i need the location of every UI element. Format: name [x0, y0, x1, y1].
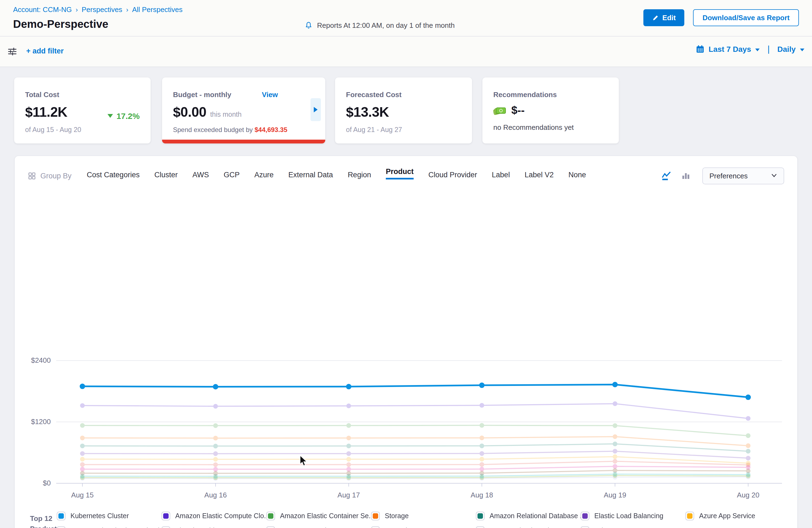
- card-period: of Aug 21 - Aug 27: [346, 126, 461, 134]
- svg-text:$1200: $1200: [31, 417, 51, 426]
- caret-down-icon[interactable]: [755, 48, 760, 51]
- legend-item-amazoncloudwatch[interactable]: AmazonCloudWatch: [476, 526, 581, 528]
- legend-item-amazon-virtual-private-cloud[interactable]: Amazon Virtual Private Cloud: [57, 526, 161, 528]
- legend-item-virtual-machines[interactable]: Virtual Machines: [161, 526, 266, 528]
- line-chart-icon[interactable]: [661, 171, 672, 180]
- series-swatch: [161, 526, 170, 528]
- legend-item-ecs-cluster[interactable]: ECS Cluster: [371, 526, 476, 528]
- svg-text:$0: $0: [43, 479, 51, 487]
- tab-cluster[interactable]: Cluster: [155, 171, 178, 181]
- page-header: Account: CCM-NG › Perspectives › All Per…: [0, 0, 812, 36]
- tab-label-v2[interactable]: Label V2: [525, 171, 554, 181]
- download-save-report-button[interactable]: Download/Save as Report: [693, 9, 799, 26]
- sliders-filter-icon[interactable]: [8, 47, 17, 58]
- recommendations-subtext: no Recommendations yet: [493, 123, 608, 131]
- series-swatch: [581, 526, 589, 528]
- breadcrumb-perspectives-link[interactable]: Perspectives: [82, 5, 122, 14]
- legend-item-kubernetes-cluster[interactable]: Kubernetes Cluster: [57, 512, 161, 520]
- series-swatch: [57, 526, 66, 528]
- svg-text:Aug 19: Aug 19: [604, 491, 626, 499]
- series-swatch: [161, 512, 170, 520]
- group-by-row: Group By Cost CategoriesClusterAWSGCPAzu…: [28, 165, 784, 187]
- series-swatch: [371, 512, 380, 520]
- ccm-perspective-page: Account: CCM-NG › Perspectives › All Per…: [0, 0, 812, 528]
- tab-product[interactable]: Product: [386, 167, 414, 179]
- forecasted-cost-value: $13.3K: [346, 104, 389, 120]
- series-swatch: [476, 526, 484, 528]
- series-swatch: [476, 512, 484, 520]
- card-title: Forecasted Cost: [346, 90, 461, 99]
- card-period: of Aug 15 - Aug 20: [25, 126, 140, 134]
- chart-legend: Top 12 Product Kubernetes Cluster Amazon…: [28, 512, 784, 528]
- tab-cloud-provider[interactable]: Cloud Provider: [429, 171, 477, 181]
- tab-none[interactable]: None: [568, 171, 586, 181]
- card-carousel-next-button[interactable]: [310, 98, 321, 121]
- total-cost-value: $11.2K: [25, 104, 68, 120]
- legend-item-amazon-elastic-container-se[interactable]: Amazon Elastic Container Se...: [266, 512, 371, 520]
- reports-schedule-note: Reports At 12:00 AM, on day 1 of the mon…: [304, 21, 454, 29]
- svg-text:$2400: $2400: [31, 356, 51, 364]
- right-arrow-icon: [314, 107, 318, 112]
- bell-icon: [304, 21, 313, 29]
- breadcrumb-account-link[interactable]: Account: CCM-NG: [13, 5, 72, 14]
- budget-value-suffix: this month: [210, 111, 242, 118]
- budget-card: Budget - monthly View $0.00 this month S…: [162, 77, 325, 144]
- tab-external-data[interactable]: External Data: [288, 171, 333, 181]
- series-swatch: [581, 512, 589, 520]
- recommendations-card: Recommendations $-- no Recommendations y…: [482, 77, 619, 144]
- chart-series-kubernetes-cluster: [80, 382, 751, 400]
- series-swatch: [266, 512, 275, 520]
- svg-text:Aug 17: Aug 17: [337, 491, 360, 499]
- granularity-selector[interactable]: Daily: [777, 45, 796, 54]
- tab-azure[interactable]: Azure: [254, 171, 274, 181]
- legend-item-aws-cost-explorer[interactable]: AWS Cost Explorer: [266, 526, 371, 528]
- forecasted-cost-card: Forecasted Cost $13.3K of Aug 21 - Aug 2…: [335, 77, 472, 144]
- budget-value: $0.00: [173, 104, 206, 120]
- breadcrumb-all-perspectives-link[interactable]: All Perspectives: [132, 5, 183, 14]
- budget-progress-bar: [162, 140, 325, 144]
- chart-series-azure-app-service: [80, 454, 750, 466]
- preferences-dropdown[interactable]: Preferences: [702, 167, 784, 184]
- perspective-main-panel: Group By Cost CategoriesClusterAWSGCPAzu…: [14, 156, 798, 528]
- budget-exceeded-amount: $44,693.35: [255, 126, 287, 134]
- svg-text:Aug 15: Aug 15: [71, 491, 93, 499]
- tab-region[interactable]: Region: [348, 171, 371, 181]
- add-filter-button[interactable]: + add filter: [26, 47, 63, 55]
- legend-item-storage[interactable]: Storage: [371, 512, 476, 520]
- header-actions: Edit Download/Save as Report: [643, 9, 799, 26]
- breadcrumb-separator: ›: [76, 6, 78, 13]
- chart-series-amazon-elastic-compute-clo: [80, 401, 750, 421]
- tab-aws[interactable]: AWS: [192, 171, 209, 181]
- legend-items: Kubernetes Cluster Amazon Elastic Comput…: [57, 512, 790, 528]
- series-swatch: [371, 526, 380, 528]
- group-by-tabs: Cost CategoriesClusterAWSGCPAzureExterna…: [87, 170, 586, 182]
- legend-item-amazon-elastic-compute-clo[interactable]: Amazon Elastic Compute Clo...: [161, 512, 266, 520]
- legend-item-elastic-load-balancing[interactable]: Elastic Load Balancing: [581, 512, 685, 520]
- legend-item-amazon-relational-database[interactable]: Amazon Relational Database ...: [476, 512, 581, 520]
- filter-bar: + add filter Last 7 Days | Daily: [0, 36, 812, 67]
- money-icon: [493, 106, 506, 115]
- tab-label[interactable]: Label: [492, 171, 510, 181]
- page-title: Demo-Perspective: [13, 18, 108, 31]
- divider: |: [768, 44, 770, 54]
- tab-gcp[interactable]: GCP: [224, 171, 240, 181]
- edit-button[interactable]: Edit: [643, 9, 685, 26]
- date-range-selector[interactable]: Last 7 Days: [709, 45, 751, 54]
- chart-type-toggle: [661, 171, 690, 180]
- cost-trend-badge: 17.2%: [108, 111, 140, 120]
- cost-line-chart[interactable]: $0$1200$2400Aug 15Aug 16Aug 17Aug 18Aug …: [28, 347, 785, 511]
- bar-chart-icon[interactable]: [682, 171, 690, 180]
- tab-cost-categories[interactable]: Cost Categories: [87, 171, 140, 181]
- caret-down-icon[interactable]: [800, 48, 804, 51]
- recommendations-savings-value: $--: [511, 104, 525, 117]
- calendar-icon: [696, 45, 704, 54]
- chevron-down-icon: [771, 174, 777, 178]
- triangle-down-icon: [108, 114, 113, 118]
- legend-item-azure-app-service[interactable]: Azure App Service: [685, 512, 790, 520]
- grid-icon: [28, 172, 36, 180]
- budget-view-link[interactable]: View: [262, 90, 278, 99]
- legend-item-others[interactable]: Others: [581, 526, 685, 528]
- series-swatch: [266, 526, 275, 528]
- breadcrumb: Account: CCM-NG › Perspectives › All Per…: [13, 5, 183, 14]
- budget-exceeded-alert: Spend exceeded budget by $44,693.35: [173, 126, 314, 134]
